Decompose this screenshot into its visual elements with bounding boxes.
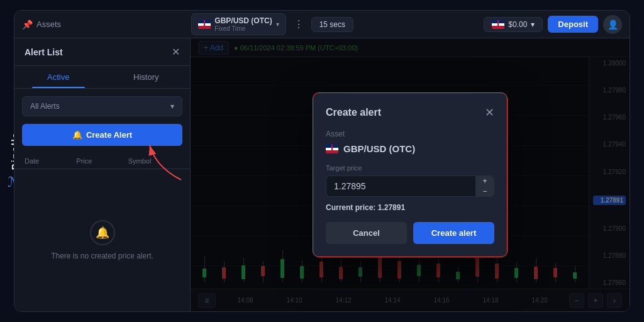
asset-info: GBP/USD (OTC) Fixed Time bbox=[214, 16, 272, 32]
stepper-down-button[interactable]: − bbox=[476, 187, 494, 197]
stepper-up-button[interactable]: + bbox=[476, 176, 494, 187]
asset-sub: Fixed Time bbox=[214, 25, 272, 32]
main-screen: 📌 Assets GBP/USD (OTC) Fixed Time ▾ ⋮ 15… bbox=[14, 10, 630, 312]
chevron-down-icon: ▾ bbox=[276, 21, 279, 28]
tab-history[interactable]: History bbox=[103, 66, 191, 88]
alert-tabs: Active History bbox=[14, 66, 190, 89]
topbar: 📌 Assets GBP/USD (OTC) Fixed Time ▾ ⋮ 15… bbox=[14, 11, 630, 38]
asset-selector[interactable]: GBP/USD (OTC) Fixed Time ▾ bbox=[191, 13, 286, 35]
col-date: Date bbox=[25, 157, 76, 165]
create-alert-button[interactable]: 🔔 Create Alert bbox=[22, 124, 182, 146]
time-selector[interactable]: 15 secs bbox=[311, 17, 353, 32]
asset-section-label: Asset bbox=[326, 130, 494, 138]
assets-label: Assets bbox=[36, 19, 61, 29]
alert-table-header: Date Price Symbol bbox=[14, 153, 190, 169]
user-avatar[interactable]: 👤 bbox=[603, 15, 622, 34]
balance-display[interactable]: $0.00 ▾ bbox=[484, 17, 543, 32]
pin-icon: 📌 bbox=[22, 19, 33, 30]
cancel-button[interactable]: Cancel bbox=[326, 222, 407, 244]
time-value: 15 secs bbox=[319, 20, 345, 29]
create-alert-modal-button[interactable]: Create alert bbox=[413, 222, 494, 244]
avatar-icon: 👤 bbox=[608, 19, 618, 30]
asset-name: GBP/USD (OTC) bbox=[214, 16, 272, 25]
create-alert-modal: Create alert ✕ Asset GBP/USD (OTC) Targe… bbox=[313, 92, 508, 257]
gbp-flag-icon bbox=[198, 20, 211, 29]
price-stepper: + − bbox=[475, 175, 494, 197]
modal-asset-name: GBP/USD (OTC) bbox=[343, 143, 415, 154]
alert-panel-title: Alert List bbox=[25, 47, 63, 57]
target-price-input[interactable] bbox=[326, 175, 475, 197]
deposit-button[interactable]: Deposit bbox=[548, 16, 598, 33]
col-price: Price bbox=[76, 157, 128, 165]
balance-value: $0.00 bbox=[508, 20, 527, 29]
more-options-button[interactable]: ⋮ bbox=[291, 16, 306, 33]
chart-area: + Add ● 06/11/2024 02:39:59 PM (UTC+03:0… bbox=[191, 38, 630, 311]
close-alert-panel-button[interactable]: ✕ bbox=[172, 46, 180, 58]
topbar-left: 📌 Assets bbox=[22, 19, 61, 30]
empty-text: There is no created price alert. bbox=[51, 252, 153, 260]
modal-close-button[interactable]: ✕ bbox=[485, 106, 494, 119]
main-area: Alert List ✕ Active History All Alerts ▾ bbox=[14, 38, 630, 311]
bell-icon: 🔔 bbox=[72, 130, 82, 140]
tab-active[interactable]: Active bbox=[14, 66, 103, 88]
alert-panel-header: Alert List ✕ bbox=[14, 38, 190, 66]
target-price-row: + − bbox=[326, 175, 494, 197]
modal-overlay: Create alert ✕ Asset GBP/USD (OTC) Targe… bbox=[191, 38, 630, 311]
modal-flag-icon bbox=[326, 145, 338, 153]
modal-header: Create alert ✕ bbox=[326, 106, 494, 119]
filter-label: All Alerts bbox=[30, 102, 60, 111]
current-price-row: Current price: 1.27891 bbox=[326, 203, 494, 212]
empty-state: 🔔 There is no created price alert. bbox=[14, 169, 190, 311]
usd-flag-icon bbox=[492, 20, 504, 29]
modal-asset-row: GBP/USD (OTC) bbox=[326, 143, 494, 154]
balance-chevron-icon: ▾ bbox=[531, 20, 535, 29]
alert-sidebar: Alert List ✕ Active History All Alerts ▾ bbox=[14, 38, 191, 311]
col-symbol: Symbol bbox=[128, 157, 180, 165]
filter-chevron-icon: ▾ bbox=[170, 102, 174, 111]
empty-icon: 🔔 bbox=[90, 220, 115, 245]
current-price-value: 1.27891 bbox=[378, 203, 405, 212]
target-price-label: Target price bbox=[326, 164, 494, 172]
alert-filter-dropdown[interactable]: All Alerts ▾ bbox=[22, 96, 182, 116]
bell-empty-icon: 🔔 bbox=[96, 226, 109, 240]
modal-title: Create alert bbox=[326, 107, 381, 118]
create-alert-label: Create Alert bbox=[86, 130, 132, 140]
modal-footer: Cancel Create alert bbox=[326, 222, 494, 244]
current-price-label-text: Current price: bbox=[326, 203, 375, 212]
